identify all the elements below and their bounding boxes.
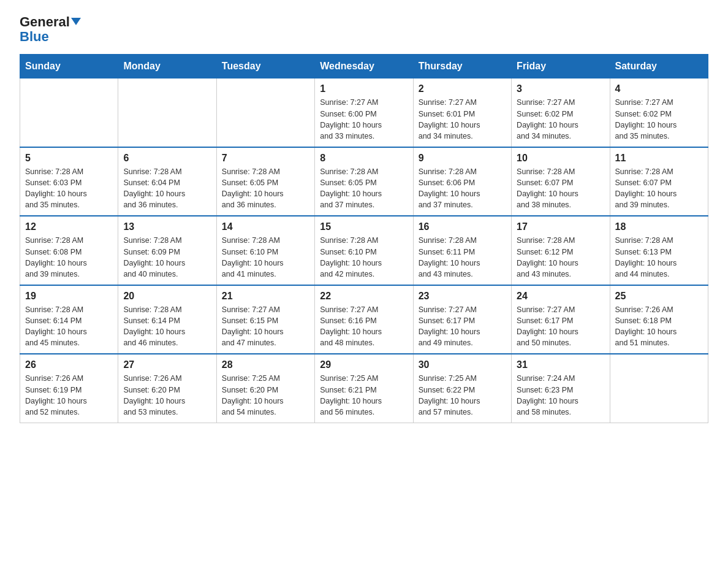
column-header-monday: Monday	[118, 55, 216, 79]
calendar-cell: 4Sunrise: 7:27 AM Sunset: 6:02 PM Daylig…	[610, 79, 708, 147]
day-info: Sunrise: 7:28 AM Sunset: 6:14 PM Dayligh…	[123, 304, 211, 349]
day-info: Sunrise: 7:26 AM Sunset: 6:20 PM Dayligh…	[123, 373, 211, 418]
day-number: 28	[222, 359, 309, 370]
calendar-cell	[118, 79, 216, 147]
calendar-cell: 9Sunrise: 7:28 AM Sunset: 6:06 PM Daylig…	[413, 147, 511, 216]
day-info: Sunrise: 7:28 AM Sunset: 6:07 PM Dayligh…	[615, 166, 703, 211]
calendar-cell: 16Sunrise: 7:28 AM Sunset: 6:11 PM Dayli…	[413, 216, 511, 285]
day-info: Sunrise: 7:28 AM Sunset: 6:03 PM Dayligh…	[25, 166, 113, 211]
day-number: 1	[320, 83, 408, 94]
calendar-week-2: 5Sunrise: 7:28 AM Sunset: 6:03 PM Daylig…	[20, 147, 708, 216]
calendar-cell	[610, 354, 708, 423]
day-number: 5	[25, 153, 113, 164]
day-number: 31	[517, 359, 604, 370]
day-number: 27	[123, 359, 211, 370]
day-number: 19	[25, 291, 113, 302]
calendar-cell	[20, 79, 118, 147]
day-info: Sunrise: 7:27 AM Sunset: 6:02 PM Dayligh…	[615, 97, 703, 142]
day-number: 13	[123, 221, 211, 232]
day-number: 8	[320, 153, 408, 164]
day-info: Sunrise: 7:24 AM Sunset: 6:23 PM Dayligh…	[517, 373, 604, 418]
day-number: 20	[123, 291, 211, 302]
day-number: 29	[320, 359, 408, 370]
column-header-friday: Friday	[512, 55, 610, 79]
column-header-tuesday: Tuesday	[216, 55, 314, 79]
calendar-cell: 11Sunrise: 7:28 AM Sunset: 6:07 PM Dayli…	[610, 147, 708, 216]
logo-blue-text: Blue	[20, 29, 49, 44]
day-info: Sunrise: 7:28 AM Sunset: 6:08 PM Dayligh…	[25, 235, 113, 280]
calendar-cell: 2Sunrise: 7:27 AM Sunset: 6:01 PM Daylig…	[413, 79, 511, 147]
day-info: Sunrise: 7:28 AM Sunset: 6:09 PM Dayligh…	[123, 235, 211, 280]
calendar-cell: 19Sunrise: 7:28 AM Sunset: 6:14 PM Dayli…	[20, 285, 118, 354]
calendar-week-5: 26Sunrise: 7:26 AM Sunset: 6:19 PM Dayli…	[20, 354, 708, 423]
day-number: 9	[419, 153, 506, 164]
day-number: 6	[123, 153, 211, 164]
day-info: Sunrise: 7:28 AM Sunset: 6:13 PM Dayligh…	[615, 235, 703, 280]
day-info: Sunrise: 7:28 AM Sunset: 6:06 PM Dayligh…	[419, 166, 506, 211]
day-number: 22	[320, 291, 408, 302]
day-info: Sunrise: 7:27 AM Sunset: 6:17 PM Dayligh…	[419, 304, 506, 349]
column-header-saturday: Saturday	[610, 55, 708, 79]
day-info: Sunrise: 7:27 AM Sunset: 6:01 PM Dayligh…	[419, 97, 506, 142]
calendar-cell: 23Sunrise: 7:27 AM Sunset: 6:17 PM Dayli…	[413, 285, 511, 354]
day-number: 11	[615, 153, 703, 164]
day-number: 21	[222, 291, 309, 302]
day-info: Sunrise: 7:27 AM Sunset: 6:02 PM Dayligh…	[517, 97, 604, 142]
column-header-wednesday: Wednesday	[315, 55, 413, 79]
day-info: Sunrise: 7:28 AM Sunset: 6:05 PM Dayligh…	[222, 166, 309, 211]
calendar-week-1: 1Sunrise: 7:27 AM Sunset: 6:00 PM Daylig…	[20, 79, 708, 147]
calendar-cell: 21Sunrise: 7:27 AM Sunset: 6:15 PM Dayli…	[216, 285, 314, 354]
day-number: 2	[419, 83, 506, 94]
day-number: 17	[517, 221, 604, 232]
calendar-cell: 24Sunrise: 7:27 AM Sunset: 6:17 PM Dayli…	[512, 285, 610, 354]
calendar-header-row: SundayMondayTuesdayWednesdayThursdayFrid…	[20, 55, 708, 79]
calendar-cell: 31Sunrise: 7:24 AM Sunset: 6:23 PM Dayli…	[512, 354, 610, 423]
calendar-cell: 27Sunrise: 7:26 AM Sunset: 6:20 PM Dayli…	[118, 354, 216, 423]
calendar-cell: 26Sunrise: 7:26 AM Sunset: 6:19 PM Dayli…	[20, 354, 118, 423]
calendar-cell: 25Sunrise: 7:26 AM Sunset: 6:18 PM Dayli…	[610, 285, 708, 354]
calendar-cell: 30Sunrise: 7:25 AM Sunset: 6:22 PM Dayli…	[413, 354, 511, 423]
day-number: 24	[517, 291, 604, 302]
calendar-cell: 17Sunrise: 7:28 AM Sunset: 6:12 PM Dayli…	[512, 216, 610, 285]
calendar-cell: 20Sunrise: 7:28 AM Sunset: 6:14 PM Dayli…	[118, 285, 216, 354]
calendar-cell: 5Sunrise: 7:28 AM Sunset: 6:03 PM Daylig…	[20, 147, 118, 216]
page-header: GeneralBlue	[20, 15, 708, 44]
calendar-table: SundayMondayTuesdayWednesdayThursdayFrid…	[20, 54, 708, 423]
day-info: Sunrise: 7:28 AM Sunset: 6:05 PM Dayligh…	[320, 166, 408, 211]
day-number: 14	[222, 221, 309, 232]
day-info: Sunrise: 7:26 AM Sunset: 6:19 PM Dayligh…	[25, 373, 113, 418]
day-number: 18	[615, 221, 703, 232]
day-number: 15	[320, 221, 408, 232]
calendar-cell: 12Sunrise: 7:28 AM Sunset: 6:08 PM Dayli…	[20, 216, 118, 285]
logo: GeneralBlue	[20, 15, 81, 44]
column-header-thursday: Thursday	[413, 55, 511, 79]
day-number: 7	[222, 153, 309, 164]
day-number: 16	[419, 221, 506, 232]
day-info: Sunrise: 7:25 AM Sunset: 6:22 PM Dayligh…	[419, 373, 506, 418]
calendar-cell: 10Sunrise: 7:28 AM Sunset: 6:07 PM Dayli…	[512, 147, 610, 216]
calendar-week-4: 19Sunrise: 7:28 AM Sunset: 6:14 PM Dayli…	[20, 285, 708, 354]
logo-triangle-icon	[71, 18, 81, 25]
day-number: 26	[25, 359, 113, 370]
day-number: 3	[517, 83, 604, 94]
day-info: Sunrise: 7:27 AM Sunset: 6:16 PM Dayligh…	[320, 304, 408, 349]
calendar-cell: 7Sunrise: 7:28 AM Sunset: 6:05 PM Daylig…	[216, 147, 314, 216]
day-info: Sunrise: 7:28 AM Sunset: 6:14 PM Dayligh…	[25, 304, 113, 349]
day-info: Sunrise: 7:28 AM Sunset: 6:10 PM Dayligh…	[222, 235, 309, 280]
calendar-cell	[216, 79, 314, 147]
day-number: 30	[419, 359, 506, 370]
calendar-cell: 1Sunrise: 7:27 AM Sunset: 6:00 PM Daylig…	[315, 79, 413, 147]
calendar-cell: 29Sunrise: 7:25 AM Sunset: 6:21 PM Dayli…	[315, 354, 413, 423]
calendar-cell: 15Sunrise: 7:28 AM Sunset: 6:10 PM Dayli…	[315, 216, 413, 285]
day-info: Sunrise: 7:28 AM Sunset: 6:12 PM Dayligh…	[517, 235, 604, 280]
day-info: Sunrise: 7:26 AM Sunset: 6:18 PM Dayligh…	[615, 304, 703, 349]
calendar-cell: 8Sunrise: 7:28 AM Sunset: 6:05 PM Daylig…	[315, 147, 413, 216]
day-info: Sunrise: 7:25 AM Sunset: 6:21 PM Dayligh…	[320, 373, 408, 418]
calendar-week-3: 12Sunrise: 7:28 AM Sunset: 6:08 PM Dayli…	[20, 216, 708, 285]
column-header-sunday: Sunday	[20, 55, 118, 79]
day-info: Sunrise: 7:27 AM Sunset: 6:17 PM Dayligh…	[517, 304, 604, 349]
calendar-cell: 3Sunrise: 7:27 AM Sunset: 6:02 PM Daylig…	[512, 79, 610, 147]
calendar-cell: 22Sunrise: 7:27 AM Sunset: 6:16 PM Dayli…	[315, 285, 413, 354]
calendar-cell: 14Sunrise: 7:28 AM Sunset: 6:10 PM Dayli…	[216, 216, 314, 285]
day-info: Sunrise: 7:28 AM Sunset: 6:04 PM Dayligh…	[123, 166, 211, 211]
